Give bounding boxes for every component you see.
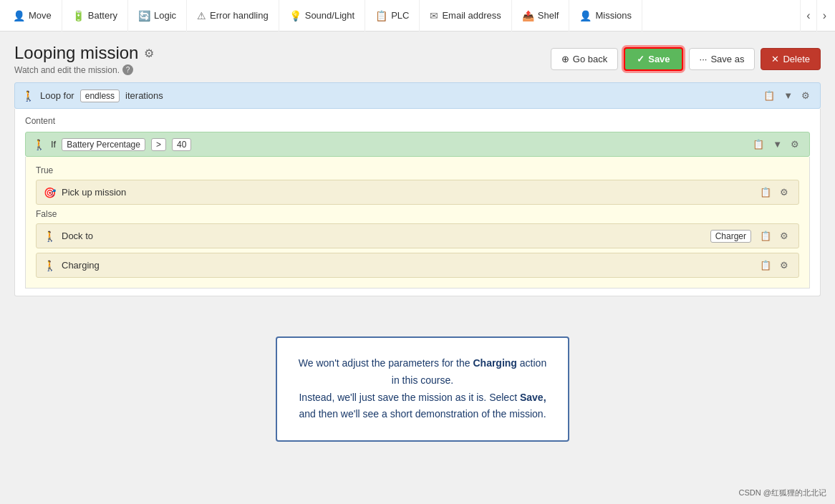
header-actions: ⊕ Go back ✓ Save ··· Save as ✕ Delete — [551, 47, 821, 71]
condition-copy-button[interactable]: 📋 — [750, 137, 767, 151]
loop-chevron-button[interactable]: ▼ — [781, 89, 796, 102]
title-row: Looping mission ⚙ — [14, 43, 154, 63]
sound-icon: 💡 — [289, 10, 301, 21]
nav-prev[interactable]: ‹ — [800, 0, 816, 32]
tooltip-box: We won't adjust the parameters for the C… — [276, 336, 569, 442]
plc-icon: 📋 — [375, 10, 387, 21]
condition-field-badge: Battery Percentage — [62, 138, 145, 151]
ellipsis-icon: ··· — [700, 54, 708, 64]
dock-icon: 🚶 — [44, 231, 56, 242]
error-icon: ⚠ — [197, 10, 206, 21]
page-title: Looping mission — [14, 43, 138, 63]
pick-up-gear-button[interactable]: ⚙ — [777, 185, 791, 199]
content-area: Content 🚶 If Battery Percentage > 40 📋 ▼… — [14, 109, 821, 296]
nav-move[interactable]: 👤 Move — [3, 0, 62, 32]
content-label: Content — [25, 116, 810, 126]
save-button[interactable]: ✓ Save — [624, 47, 682, 71]
dock-actions: 📋 ⚙ — [757, 229, 791, 243]
tooltip-text: We won't adjust the parameters for the C… — [297, 355, 548, 423]
charging-row: 🚶 Charging 📋 ⚙ — [36, 253, 799, 278]
charging-icon: 🚶 — [44, 260, 56, 271]
pick-up-copy-button[interactable]: 📋 — [757, 185, 774, 199]
nav-missions[interactable]: 👤 Missions — [569, 0, 642, 32]
condition-gear-button[interactable]: ⚙ — [788, 137, 802, 151]
dock-badge: Charger — [710, 230, 751, 243]
nav-battery[interactable]: 🔋 Battery — [62, 0, 128, 32]
pick-up-icon: 🎯 — [44, 187, 56, 198]
nested-content: True 🎯 Pick up mission 📋 ⚙ False 🚶 Dock … — [25, 157, 810, 289]
settings-gear-button[interactable]: ⚙ — [144, 47, 154, 60]
loop-row: 🚶 Loop for endless iterations 📋 ▼ ⚙ — [14, 82, 821, 109]
help-icon[interactable]: ? — [122, 64, 133, 75]
condition-actions: 📋 ▼ ⚙ — [750, 137, 802, 151]
condition-value-badge: 40 — [172, 138, 191, 151]
email-icon: ✉ — [430, 10, 438, 21]
loop-prefix: Loop for — [40, 90, 74, 101]
nav-logic[interactable]: 🔄 Logic — [128, 0, 187, 32]
checkmark-icon: ✓ — [637, 54, 645, 64]
loop-copy-button[interactable]: 📋 — [761, 89, 778, 102]
shelf-icon: 📤 — [522, 10, 534, 21]
battery-icon: 🔋 — [72, 10, 85, 21]
move-icon: 👤 — [13, 10, 25, 21]
delete-icon: ✕ — [771, 54, 779, 64]
dock-copy-button[interactable]: 📋 — [757, 229, 774, 243]
header-left: Looping mission ⚙ Watch and edit the mis… — [14, 43, 154, 75]
go-back-icon: ⊕ — [561, 54, 569, 64]
nav-error-handling[interactable]: ⚠ Error handling — [187, 0, 279, 32]
delete-button[interactable]: ✕ Delete — [761, 48, 821, 70]
pick-up-actions: 📋 ⚙ — [757, 185, 791, 199]
loop-gear-button[interactable]: ⚙ — [798, 89, 813, 102]
charging-copy-button[interactable]: 📋 — [757, 258, 774, 272]
loop-suffix: iterations — [125, 90, 163, 101]
dock-to-row: 🚶 Dock to Charger 📋 ⚙ — [36, 223, 799, 248]
nav-next[interactable]: › — [816, 0, 832, 32]
charging-label: Charging — [62, 260, 751, 271]
condition-if-label: If — [51, 139, 56, 150]
page-subtitle: Watch and edit the mission. ? — [14, 64, 154, 75]
logic-icon: 🔄 — [138, 10, 150, 21]
top-navigation: 👤 Move 🔋 Battery 🔄 Logic ⚠ Error handlin… — [0, 0, 835, 32]
go-back-button[interactable]: ⊕ Go back — [551, 48, 618, 70]
nav-email[interactable]: ✉ Email address — [420, 0, 511, 32]
condition-row: 🚶 If Battery Percentage > 40 📋 ▼ ⚙ — [25, 132, 810, 157]
main-content: 🚶 Loop for endless iterations 📋 ▼ ⚙ Cont… — [0, 82, 835, 296]
loop-value-badge: endless — [80, 89, 120, 102]
page-header: Looping mission ⚙ Watch and edit the mis… — [0, 32, 835, 82]
condition-chevron-button[interactable]: ▼ — [770, 137, 785, 151]
pick-up-label: Pick up mission — [62, 187, 751, 198]
loop-actions: 📋 ▼ ⚙ — [761, 89, 813, 102]
dock-gear-button[interactable]: ⚙ — [777, 229, 791, 243]
pick-up-row: 🎯 Pick up mission 📋 ⚙ — [36, 180, 799, 205]
nav-plc[interactable]: 📋 PLC — [365, 0, 420, 32]
condition-person-icon: 🚶 — [33, 139, 45, 150]
missions-icon: 👤 — [579, 10, 592, 21]
condition-operator-badge: > — [151, 138, 166, 151]
watermark: CSDN @红狐狸的北北记 — [739, 488, 826, 498]
charging-gear-button[interactable]: ⚙ — [777, 258, 791, 272]
save-as-button[interactable]: ··· Save as — [689, 48, 756, 70]
true-section-label: True — [36, 165, 799, 175]
false-section-label: False — [36, 209, 799, 219]
dock-label: Dock to — [62, 231, 705, 241]
charging-actions: 📋 ⚙ — [757, 258, 791, 272]
nav-sound-light[interactable]: 💡 Sound/Light — [279, 0, 365, 32]
loop-person-icon: 🚶 — [22, 90, 34, 102]
nav-shelf[interactable]: 📤 Shelf — [512, 0, 570, 32]
